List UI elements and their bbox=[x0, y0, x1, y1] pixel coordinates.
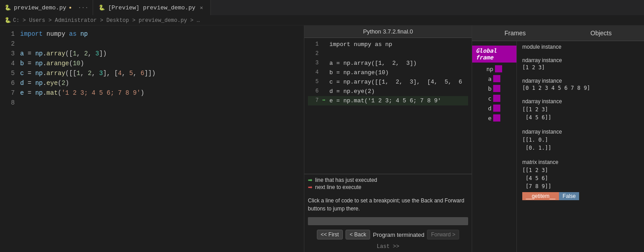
getitem-bar: __getitem__ False bbox=[522, 192, 639, 200]
preview-line-2[interactable]: 2 bbox=[308, 49, 468, 59]
obj-ndarray-b: ndarray instance [0 1 2 3 4 5 6 7 8 9] bbox=[522, 78, 639, 91]
frames-objects-panel: Frames Objects Global frame np a b bbox=[472, 25, 644, 252]
fo-body: Global frame np a b c d bbox=[472, 41, 644, 252]
objects-title: Objects bbox=[558, 25, 644, 41]
e-arrow-box bbox=[493, 114, 500, 122]
frame-var-b: b bbox=[488, 85, 501, 92]
tab-preview-label: [Preview] preview_demo.py bbox=[108, 4, 195, 11]
objects-column: module instance ndarray instance [1 2 3]… bbox=[517, 41, 644, 252]
line-num-3: 3 bbox=[0, 49, 15, 59]
preview-line-4[interactable]: 4 b = np.arange(10) bbox=[308, 68, 468, 77]
line-num-4: 4 bbox=[0, 59, 15, 68]
line-num-8: 8 bbox=[0, 98, 15, 108]
obj-ndarray-c: ndarray instance [[1 2 3] [4 5 6]] bbox=[522, 98, 639, 122]
py-file-icon: 🐍 bbox=[4, 4, 11, 11]
b-arrow-box bbox=[493, 85, 500, 92]
legend-next: ➡ next line to execute bbox=[308, 184, 468, 190]
line-num-6: 6 bbox=[0, 78, 15, 88]
preview-py-icon: 🐍 bbox=[98, 4, 105, 11]
preview-python-version: Python 3.7.2.final.0 bbox=[304, 25, 472, 38]
line-numbers: 1 2 3 4 5 6 7 8 bbox=[0, 29, 20, 252]
obj-ndarray-a: ndarray instance [1 2 3] bbox=[522, 57, 639, 71]
last-btn-container: Last >> bbox=[304, 242, 472, 252]
line-num-1: 1 bbox=[0, 29, 15, 39]
code-content: import numpy as np a = np.array([1, 2, 3… bbox=[20, 29, 304, 252]
frame-var-e: e bbox=[488, 114, 501, 122]
frame-var-d: d bbox=[488, 105, 501, 112]
breadcrumb-py-icon: 🐍 bbox=[4, 17, 11, 24]
status-label: Program terminated bbox=[373, 231, 424, 238]
obj-ndarray-d: ndarray instance [[1. 0.] [0. 1.]] bbox=[522, 129, 639, 152]
preview-line-5[interactable]: 5 c = np.array([[1, 2, 3], [4, 5, 6 bbox=[308, 77, 468, 87]
code-line-1[interactable]: import numpy as np bbox=[20, 29, 304, 39]
code-area: 1 2 3 4 5 6 7 8 import numpy as np a = n… bbox=[0, 25, 304, 252]
a-arrow-box bbox=[493, 75, 500, 82]
line-num-5: 5 bbox=[0, 68, 15, 78]
preview-instruction: Click a line of code to set a breakpoint… bbox=[304, 194, 472, 215]
frame-var-np: np bbox=[486, 65, 503, 72]
tab-preview[interactable]: 🐍 [Preview] preview_demo.py ✕ bbox=[93, 0, 210, 15]
breadcrumb-path: C: > Users > Administrator > Desktop > p… bbox=[13, 17, 200, 24]
frame-var-a: a bbox=[488, 75, 501, 82]
obj-matrix-e: matrix instance [[1 2 3] [4 5 6] [7 8 9]… bbox=[522, 159, 639, 200]
preview-slider[interactable] bbox=[308, 217, 468, 225]
obj-module: module instance bbox=[522, 44, 639, 50]
code-line-5[interactable]: c = np.array([[1, 2, 3], [4, 5, 6]]) bbox=[20, 68, 304, 78]
tab-bar: 🐍 preview_demo.py ● ··· 🐍 [Preview] prev… bbox=[0, 0, 644, 16]
preview-controls: << First < Back Program terminated Forwa… bbox=[304, 227, 472, 242]
code-line-3[interactable]: a = np.array([1, 2, 3]) bbox=[20, 49, 304, 59]
c-arrow-box bbox=[493, 95, 500, 102]
d-arrow-box bbox=[493, 105, 500, 112]
frame-var-c: c bbox=[488, 95, 501, 102]
more-icon[interactable]: ··· bbox=[78, 4, 88, 11]
false-button[interactable]: False bbox=[559, 192, 579, 200]
legend-current: ➡ line that has just executed bbox=[308, 177, 468, 183]
code-line-7[interactable]: e = np.mat('1 2 3; 4 5 6; 7 8 9') bbox=[20, 88, 304, 98]
preview-panel: Python 3.7.2.final.0 1 import numpy as n… bbox=[304, 25, 472, 252]
forward-button[interactable]: Forward > bbox=[427, 230, 459, 239]
main-layout: 1 2 3 4 5 6 7 8 import numpy as np a = n… bbox=[0, 25, 644, 252]
back-button[interactable]: < Back bbox=[345, 230, 370, 239]
current-line-arrow: ➡ bbox=[322, 96, 329, 105]
last-label: Last >> bbox=[377, 244, 399, 250]
preview-line-1[interactable]: 1 import numpy as np bbox=[308, 40, 468, 49]
breadcrumb: 🐍 C: > Users > Administrator > Desktop >… bbox=[0, 16, 644, 25]
tab-editor-label: preview_demo.py bbox=[14, 4, 66, 11]
code-line-8[interactable] bbox=[20, 98, 304, 108]
preview-line-6[interactable]: 6 d = np.eye(2) bbox=[308, 87, 468, 96]
line-num-7: 7 bbox=[0, 88, 15, 98]
global-frame-label[interactable]: Global frame bbox=[472, 46, 516, 63]
tab-dot: ● bbox=[69, 5, 72, 10]
code-line-4[interactable]: b = np.arange(10) bbox=[20, 59, 304, 68]
tab-editor[interactable]: 🐍 preview_demo.py ● ··· bbox=[0, 0, 93, 15]
preview-legend: ➡ line that has just executed ➡ next lin… bbox=[304, 174, 472, 194]
line-num-2: 2 bbox=[0, 39, 15, 49]
preview-line-3[interactable]: 3 a = np.array([1, 2, 3]) bbox=[308, 59, 468, 68]
first-button[interactable]: << First bbox=[317, 230, 343, 239]
code-line-2[interactable] bbox=[20, 39, 304, 49]
code-editor-panel: 1 2 3 4 5 6 7 8 import numpy as np a = n… bbox=[0, 25, 304, 252]
tab-close-btn[interactable]: ✕ bbox=[198, 4, 205, 12]
getitem-button[interactable]: __getitem__ bbox=[522, 192, 559, 200]
np-arrow-box bbox=[495, 65, 502, 72]
frames-column: Global frame np a b c d bbox=[472, 41, 517, 252]
code-line-6[interactable]: d = np.eye(2) bbox=[20, 78, 304, 88]
frames-title: Frames bbox=[472, 25, 558, 41]
preview-code-area[interactable]: 1 import numpy as np 2 3 a = np.array([1… bbox=[304, 38, 472, 174]
preview-line-7[interactable]: 7 ➡ e = np.mat('1 2 3; 4 5 6; 7 8 9' bbox=[308, 96, 468, 105]
fo-header: Frames Objects bbox=[472, 25, 644, 41]
